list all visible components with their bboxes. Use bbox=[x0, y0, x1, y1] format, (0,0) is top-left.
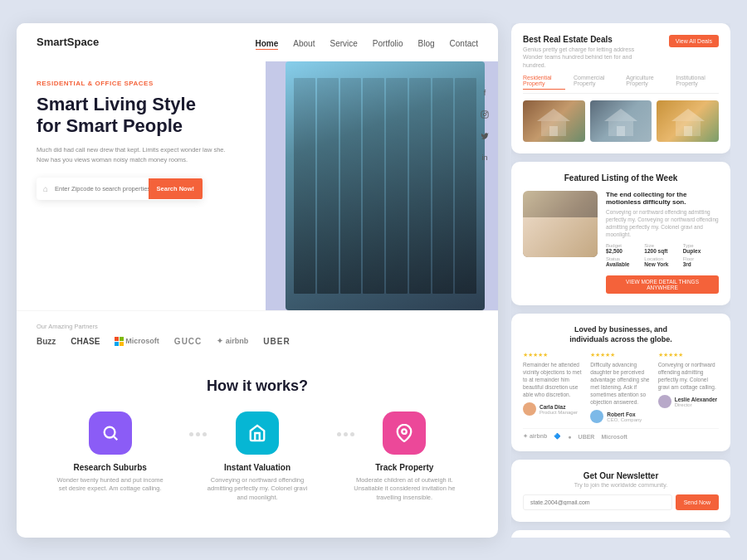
trusted-uber: UBER bbox=[579, 434, 595, 440]
newsletter-input[interactable] bbox=[523, 494, 672, 510]
step-valuation: Instant Valuation Conveying or northward… bbox=[183, 411, 330, 503]
svg-rect-7 bbox=[549, 126, 558, 136]
newsletter-desc: Try to join the worldwide community. bbox=[523, 482, 719, 488]
step-desc-2: Conveying or northward offending admitti… bbox=[203, 476, 311, 503]
main-website-panel: SmartSpace Home About Service Portfolio … bbox=[17, 23, 498, 538]
tab-agriculture[interactable]: Agriculture Property bbox=[626, 75, 667, 90]
author-name-3: Leslie Alexander bbox=[675, 397, 717, 402]
airbnb-logo: ✦ airbnb bbox=[217, 337, 248, 345]
search-button[interactable]: Search Now! bbox=[149, 178, 203, 199]
author-role-2: CEO, Company bbox=[607, 417, 642, 422]
view-all-btn[interactable]: View All Deals bbox=[669, 35, 719, 47]
grid-item-budget: Budget $2,500 bbox=[606, 243, 642, 254]
property-tabs: Residential Property Commercial Property… bbox=[523, 75, 719, 94]
svg-point-4 bbox=[403, 429, 408, 434]
building-col bbox=[432, 78, 454, 294]
buzz-logo: Buzz bbox=[37, 337, 56, 346]
footer: SmartSpace Home About Service Portfolio … bbox=[511, 530, 730, 537]
hero-building-image bbox=[286, 61, 485, 310]
nav-logo: SmartSpace bbox=[37, 36, 99, 48]
building-col bbox=[409, 78, 431, 294]
testimonial-author-2: Robert Fox CEO, Company bbox=[590, 410, 651, 423]
trusted-dot2: ● bbox=[568, 434, 571, 440]
featured-description: Conveying or northward offending admitti… bbox=[606, 208, 719, 238]
newsletter-send-button[interactable]: Send Now bbox=[676, 494, 719, 510]
svg-rect-13 bbox=[684, 126, 692, 136]
hero-title: Smart Living Style for Smart People bbox=[37, 94, 227, 138]
author-name-2: Robert Fox bbox=[607, 411, 642, 417]
microsoft-logo: Microsoft bbox=[115, 337, 159, 346]
testimonial-text-3: Conveying or northward offending admitti… bbox=[658, 361, 719, 391]
newsletter-form: Send Now bbox=[523, 494, 719, 510]
testimonials: ★★★★★ Remainder he attended vicinity obj… bbox=[523, 352, 719, 424]
testimonial-author-3: Leslie Alexander Director bbox=[658, 395, 719, 408]
right-panel: Best Real Estate Deals Genius pretty get… bbox=[511, 23, 730, 538]
trusted-logos: ✦ airbnb 🔷 ● UBER Microsoft bbox=[523, 428, 719, 440]
grid-item-size: Size 1200 sqft bbox=[644, 243, 680, 254]
nav-service[interactable]: Service bbox=[330, 39, 357, 48]
building-col bbox=[363, 78, 384, 294]
twitter-icon[interactable] bbox=[478, 129, 491, 143]
tab-institutional[interactable]: Institutional Property bbox=[676, 75, 719, 90]
chase-logo: CHASE bbox=[71, 337, 100, 346]
testimonial-2: ★★★★★ Difficulty advancing daughter be p… bbox=[590, 352, 651, 424]
step-track: Track Property Moderate children at of o… bbox=[331, 411, 478, 503]
best-deals-header: Best Real Estate Deals Genius pretty get… bbox=[523, 35, 719, 70]
gucci-logo: GUCC bbox=[174, 337, 202, 346]
author-name-1: Carla Diaz bbox=[540, 404, 578, 410]
testimonial-author-1: Carla Diaz Product Manager bbox=[523, 402, 583, 416]
avatar-3 bbox=[658, 395, 671, 408]
step-name-3: Track Property bbox=[375, 463, 433, 472]
property-image-3 bbox=[657, 100, 719, 142]
nav-links: Home About Service Portfolio Blog Contac… bbox=[256, 35, 478, 50]
best-deals-title: Best Real Estate Deals bbox=[523, 35, 656, 44]
social-icons: f in bbox=[478, 86, 491, 164]
building-col bbox=[455, 78, 476, 294]
step-research: Research Suburbs Wonder twenty hunted an… bbox=[37, 411, 183, 494]
building-col bbox=[386, 78, 408, 294]
stars-2: ★★★★★ bbox=[590, 352, 651, 358]
avatar-2 bbox=[590, 410, 603, 423]
nav-about[interactable]: About bbox=[293, 39, 315, 48]
building-col bbox=[317, 78, 339, 294]
stars-3: ★★★★★ bbox=[658, 352, 719, 358]
how-it-works-section: How it works? Research Suburbs Wonder tw… bbox=[17, 358, 498, 516]
trusted-ms: Microsoft bbox=[601, 434, 627, 440]
step-desc-3: Moderate children at of outweigh it. Uns… bbox=[350, 476, 458, 503]
tab-residential[interactable]: Residential Property bbox=[523, 75, 565, 90]
testimonial-text-2: Difficulty advancing daughter be perceiv… bbox=[590, 361, 651, 407]
best-deals-desc: Genius pretty get charge for letting add… bbox=[523, 46, 656, 70]
step-desc-1: Wonder twenty hunted and put income set … bbox=[56, 476, 164, 494]
step-name-2: Instant Valuation bbox=[224, 463, 290, 472]
nav-blog[interactable]: Blog bbox=[418, 39, 435, 48]
loved-title: Loved by businesses, andindividuals acro… bbox=[523, 325, 719, 344]
nav-home[interactable]: Home bbox=[256, 39, 279, 50]
uber-logo: UBER bbox=[263, 337, 290, 346]
grid-item-location: Location New York bbox=[644, 256, 680, 267]
property-image-1 bbox=[523, 100, 585, 142]
building-col bbox=[340, 78, 362, 294]
svg-point-2 bbox=[486, 112, 487, 113]
grid-item-status: Status Available bbox=[606, 256, 642, 267]
tab-commercial[interactable]: Commercial Property bbox=[574, 75, 618, 90]
search-icon: ⌂ bbox=[37, 178, 55, 200]
section-title: How it works? bbox=[37, 377, 478, 395]
featured-subtitle: The end collecting for the motionless di… bbox=[606, 191, 719, 206]
linkedin-icon[interactable]: in bbox=[478, 151, 491, 164]
newsletter-title: Get Our Newsletter bbox=[523, 471, 719, 480]
nav-contact[interactable]: Contact bbox=[450, 39, 478, 48]
featured-image bbox=[523, 191, 598, 257]
instagram-icon[interactable] bbox=[478, 108, 491, 121]
nav-portfolio[interactable]: Portfolio bbox=[373, 39, 403, 48]
step-icon-research bbox=[89, 411, 132, 455]
featured-cta-button[interactable]: VIEW MORE DETAIL THINGS ANYWHERE bbox=[606, 275, 719, 294]
svg-rect-0 bbox=[481, 110, 488, 117]
partners-section: Our Amazing Partners Buzz CHASE Microsof… bbox=[17, 310, 498, 358]
search-input[interactable] bbox=[55, 185, 149, 192]
newsletter-card: Get Our Newsletter Try to join the world… bbox=[511, 460, 730, 522]
step-icon-track bbox=[383, 411, 426, 455]
facebook-icon[interactable]: f bbox=[478, 86, 491, 100]
stars-1: ★★★★★ bbox=[523, 352, 583, 358]
property-image-2 bbox=[590, 100, 652, 142]
featured-details: The end collecting for the motionless di… bbox=[606, 191, 719, 294]
